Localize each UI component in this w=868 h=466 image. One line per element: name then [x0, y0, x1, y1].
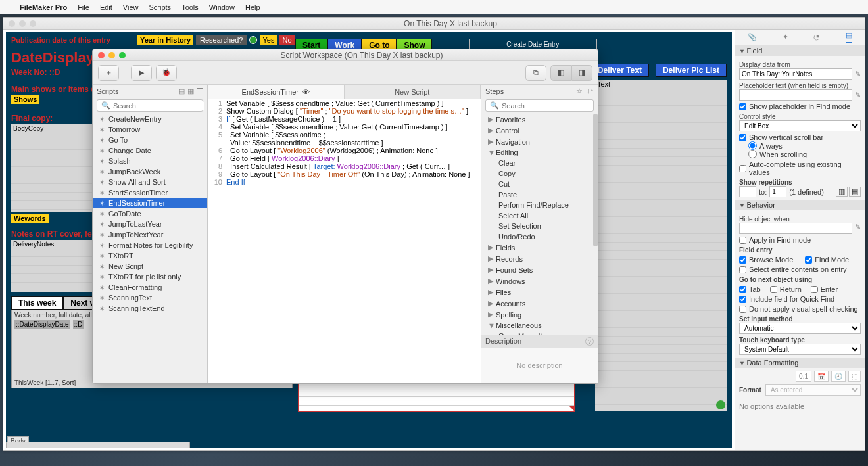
step-category[interactable]: ▶Favorites [481, 114, 598, 125]
editor-tab-new[interactable]: New Script [345, 85, 481, 99]
code-line[interactable]: 2Show Custom Dialog [ "Timer" ; "Do you … [208, 107, 481, 115]
step-category[interactable]: ▶Files [481, 287, 598, 298]
code-line[interactable]: 4 Set Variable [ $$sessionendtime ; Valu… [208, 123, 481, 131]
menu-file[interactable]: File [78, 3, 89, 11]
btn-deliver-pic[interactable]: Deliver Pic List [656, 64, 727, 77]
inspector-tab-data-icon[interactable]: ▤ [846, 31, 852, 43]
new-script-button[interactable]: ＋ [98, 65, 119, 81]
script-item[interactable]: ✶ScanningText [93, 292, 207, 303]
text-area[interactable] [595, 89, 727, 411]
display-data-from-input[interactable] [739, 68, 852, 80]
step-item[interactable]: Cut [481, 179, 598, 189]
script-item[interactable]: ✶JumpToLastYear [93, 219, 207, 229]
fmt-date-icon[interactable]: 📅 [814, 371, 829, 382]
edit-hide-icon[interactable]: ✎ [855, 223, 861, 234]
inspector-tab-appearance-icon[interactable]: ✦ [783, 33, 788, 41]
script-item[interactable]: ✶JumpBackWeek [93, 166, 207, 177]
hide-object-input[interactable] [739, 223, 852, 234]
step-category[interactable]: ▶Navigation [481, 136, 598, 147]
debug-button[interactable]: 🐞 [156, 65, 177, 81]
code-line[interactable]: 3If [ Get ( LastMessageChoice ) = 1 ] [208, 115, 481, 123]
menu-help[interactable]: Help [245, 3, 260, 11]
horizontal-scrollbar[interactable] [6, 442, 190, 448]
app-name[interactable]: FileMaker Pro [20, 3, 67, 11]
selectall-check[interactable] [739, 266, 746, 273]
script-item[interactable]: ✶CleanFormatting [93, 282, 207, 292]
scripts-view-list-icon[interactable]: ▤ [178, 87, 185, 95]
script-item[interactable]: ✶Go To [93, 135, 207, 145]
help-icon[interactable]: ? [585, 337, 594, 346]
menu-edit[interactable]: Edit [100, 3, 112, 11]
code-line[interactable]: 6 Go to Layout [ "Worklog2006" (Worklog2… [208, 147, 481, 154]
steps-fav-icon[interactable]: ☆ [576, 87, 583, 95]
browse-check[interactable] [739, 256, 746, 264]
scripts-search[interactable]: 🔍 [97, 99, 203, 112]
rep-to-input[interactable] [769, 186, 786, 197]
menu-window[interactable]: Window [209, 3, 235, 11]
script-workspace-titlebar[interactable]: Script Workspace (On This Day X last bac… [93, 49, 598, 61]
inspector-tab-styles-icon[interactable]: ◔ [813, 33, 820, 41]
step-item[interactable]: Undo/Redo [481, 231, 598, 242]
code-line[interactable]: 9 Go to Layout [ "On This Day—Timer Off"… [208, 170, 481, 178]
close-window-icon[interactable] [9, 20, 15, 27]
copy-button[interactable]: ⧉ [525, 65, 546, 81]
step-category[interactable]: ▶Spelling [481, 309, 598, 320]
rep-orient-horz-icon[interactable]: ▤ [849, 187, 861, 197]
inspector-tab-position-icon[interactable]: 📎 [748, 33, 757, 41]
edit-placeholder-icon[interactable]: ✎ [855, 91, 861, 99]
steps-search[interactable]: 🔍 [485, 99, 594, 112]
eye-icon[interactable]: 👁 [302, 88, 310, 96]
script-item[interactable]: ✶EndSessionTimer [93, 198, 207, 208]
find-check[interactable] [805, 256, 812, 264]
code-line[interactable]: 1Set Variable [ $$sessionendtime ; Value… [208, 99, 481, 107]
code-line[interactable]: 5 Set Variable [ $$sessiontime ; [208, 131, 481, 139]
step-category[interactable]: ▼Editing [481, 147, 598, 158]
scripts-menu-icon[interactable]: ☰ [197, 87, 203, 95]
control-style-select[interactable]: Edit Box [739, 120, 861, 131]
resize-handle-icon[interactable] [569, 406, 575, 412]
steps-search-input[interactable] [502, 102, 592, 110]
show-vscroll-check[interactable] [739, 134, 746, 141]
tab-this-week[interactable]: This week [11, 296, 63, 310]
step-category[interactable]: ▶Records [481, 253, 598, 264]
editor-tab-active[interactable]: EndSessionTimer 👁 [208, 85, 345, 99]
script-item[interactable]: ✶Splash [93, 156, 207, 166]
show-placeholder-check[interactable] [739, 103, 746, 110]
edit-display-data-icon[interactable]: ✎ [855, 70, 861, 78]
step-item[interactable]: Open Menu Item [481, 331, 598, 335]
visualspell-check[interactable] [739, 306, 746, 313]
step-item[interactable]: Select All [481, 210, 598, 221]
magnify-icon[interactable] [716, 400, 725, 409]
code-line[interactable]: 8 Insert Calculated Result [ Target: Wor… [208, 162, 481, 170]
touchkb-select[interactable]: System Default [739, 344, 861, 355]
always-radio[interactable] [748, 141, 757, 150]
show-scripts-pane-button[interactable]: ◧ [550, 65, 571, 81]
enter-check[interactable] [811, 286, 818, 293]
zoom-window-icon[interactable] [30, 20, 36, 27]
btn-deliver-text[interactable]: Deliver Text [591, 64, 649, 77]
code-line[interactable]: Value: $$sessionendtime − $$sessionstart… [208, 139, 481, 147]
run-script-button[interactable]: ▶ [131, 65, 152, 81]
autocomplete-check[interactable] [739, 165, 746, 172]
fmt-number-icon[interactable]: 0.1 [796, 371, 811, 382]
menu-tools[interactable]: Tools [181, 3, 199, 11]
code-line[interactable]: 7 Go to Field [ Worklog2006::Diary ] [208, 154, 481, 162]
steps-list[interactable]: ▶Favorites▶Control▶Navigation▼EditingCle… [481, 114, 598, 335]
step-item[interactable]: Clear [481, 158, 598, 168]
placeholder-input[interactable] [739, 89, 852, 101]
script-item[interactable]: ✶GoToDate [93, 208, 207, 219]
scripts-list[interactable]: ✶CreateNewEntry✶Tomorrow✶Go To✶Change Da… [93, 114, 207, 314]
script-item[interactable]: ✶New Script [93, 261, 207, 271]
script-item[interactable]: ✶StartSessionTimer [93, 187, 207, 198]
section-field[interactable]: Field [735, 45, 865, 56]
scripts-view-group-icon[interactable]: ▦ [187, 87, 194, 95]
minimize-window-icon[interactable] [19, 20, 26, 27]
step-item[interactable]: Set Selection [481, 221, 598, 231]
applyfind-check[interactable] [739, 237, 746, 244]
script-item[interactable]: ✶TXtoRT [93, 250, 207, 261]
script-item[interactable]: ✶Format Notes for Legibility [93, 240, 207, 250]
return-check[interactable] [770, 286, 777, 293]
sw-zoom-icon[interactable] [119, 52, 126, 58]
script-item[interactable]: ✶Change Date [93, 145, 207, 156]
script-item[interactable]: ✶CreateNewEntry [93, 114, 207, 124]
